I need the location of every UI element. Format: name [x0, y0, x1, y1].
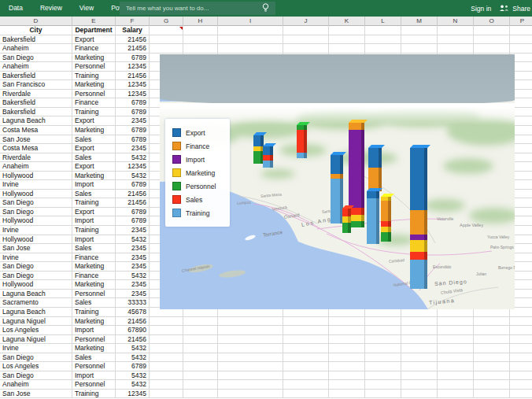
cell[interactable]: Marketing: [72, 126, 116, 135]
cell[interactable]: [283, 353, 329, 363]
cell[interactable]: Finance: [72, 98, 116, 108]
cell[interactable]: [438, 26, 474, 35]
cell[interactable]: 12345: [116, 162, 150, 172]
cell[interactable]: Los Angeles: [0, 362, 72, 371]
cell[interactable]: [283, 335, 329, 345]
cell[interactable]: Training: [72, 308, 116, 317]
cell[interactable]: [365, 44, 401, 54]
cell[interactable]: Los Angeles: [0, 326, 72, 335]
cell[interactable]: 45678: [116, 308, 150, 317]
cell[interactable]: [510, 35, 532, 45]
cell[interactable]: 21456: [116, 190, 150, 199]
cell[interactable]: Irvine: [0, 344, 72, 353]
cell[interactable]: [329, 317, 365, 327]
cell[interactable]: Laguna Beach: [0, 290, 72, 299]
cell[interactable]: 2345: [116, 290, 150, 299]
cell[interactable]: [218, 26, 283, 35]
cell[interactable]: Personnel: [72, 362, 116, 371]
cell[interactable]: [474, 362, 510, 371]
cell[interactable]: [510, 317, 532, 327]
cell[interactable]: [183, 362, 218, 371]
column-header-M[interactable]: M: [401, 17, 438, 26]
cell[interactable]: [218, 353, 283, 363]
cell[interactable]: Training: [72, 108, 116, 117]
cell[interactable]: [218, 35, 283, 45]
cell[interactable]: [401, 390, 438, 399]
cell[interactable]: Sales: [72, 298, 116, 308]
cell[interactable]: Anaheim: [0, 162, 72, 172]
cell[interactable]: Training: [72, 226, 116, 235]
cell[interactable]: [329, 35, 365, 45]
cell[interactable]: San Diego: [0, 353, 72, 363]
cell[interactable]: Riverdale: [0, 153, 72, 163]
cell[interactable]: Export: [72, 208, 116, 217]
cell[interactable]: 21456: [116, 72, 150, 81]
cell[interactable]: 2345: [116, 280, 150, 290]
cell[interactable]: 2345: [116, 244, 150, 253]
cell[interactable]: San Diego: [0, 198, 72, 208]
cell[interactable]: [283, 26, 329, 35]
cell[interactable]: [365, 344, 401, 353]
cell[interactable]: San Francisco: [0, 80, 72, 90]
cell[interactable]: [329, 390, 365, 399]
cell[interactable]: Import: [72, 326, 116, 335]
cell[interactable]: Laguna Beach: [0, 116, 72, 126]
cell[interactable]: Personnel: [72, 290, 116, 299]
cell[interactable]: Hollywood: [0, 172, 72, 181]
cell[interactable]: Irvine: [0, 253, 72, 263]
cell[interactable]: [438, 353, 474, 363]
cell[interactable]: [329, 26, 365, 35]
cell[interactable]: [283, 35, 329, 45]
cell[interactable]: [218, 371, 283, 381]
column-header-P[interactable]: P: [510, 17, 532, 26]
cell[interactable]: Import: [72, 235, 116, 245]
cell[interactable]: 6789: [116, 180, 150, 190]
cell[interactable]: Export: [72, 116, 116, 126]
cell[interactable]: [365, 353, 401, 363]
cell[interactable]: [474, 26, 510, 35]
column-header-F[interactable]: F: [116, 17, 150, 26]
cell[interactable]: Personnel: [72, 380, 116, 390]
cell[interactable]: Laguna Niguel: [0, 335, 72, 345]
cell[interactable]: [329, 371, 365, 381]
cell[interactable]: 21456: [116, 317, 150, 327]
cell[interactable]: 6789: [116, 216, 150, 226]
cell[interactable]: [474, 335, 510, 345]
cell[interactable]: [510, 380, 532, 390]
cell[interactable]: [474, 317, 510, 327]
cell[interactable]: 5432: [116, 371, 150, 381]
cell[interactable]: Hollywood: [0, 190, 72, 199]
sign-in-button[interactable]: Sign in: [471, 5, 491, 13]
cell[interactable]: Export: [72, 35, 116, 45]
cell[interactable]: [365, 35, 401, 45]
cell[interactable]: [438, 344, 474, 353]
tellme-box[interactable]: Tell me what you want to do...: [120, 2, 275, 15]
ribbon-tab-view[interactable]: View: [71, 0, 102, 17]
cell[interactable]: 5432: [116, 353, 150, 363]
cell[interactable]: [365, 362, 401, 371]
cell[interactable]: [218, 317, 283, 327]
cell[interactable]: [438, 35, 474, 45]
cell[interactable]: [329, 362, 365, 371]
cell[interactable]: Bakersfield: [0, 108, 72, 117]
cell[interactable]: Costa Mesa: [0, 126, 72, 135]
column-header-J[interactable]: J: [283, 17, 329, 26]
cell[interactable]: 33333: [116, 298, 150, 308]
cell[interactable]: [150, 390, 183, 399]
cell[interactable]: [183, 390, 218, 399]
cell[interactable]: [218, 335, 283, 345]
cell[interactable]: 5432: [116, 344, 150, 353]
cell[interactable]: [329, 344, 365, 353]
cell[interactable]: Laguna Beach: [0, 308, 72, 317]
cell[interactable]: Sales: [72, 153, 116, 163]
cell[interactable]: [438, 44, 474, 54]
column-header-G[interactable]: G: [150, 17, 183, 26]
column-header-E[interactable]: E: [72, 17, 116, 26]
cell[interactable]: [401, 380, 438, 390]
cell[interactable]: [401, 317, 438, 327]
cell[interactable]: 2345: [116, 144, 150, 153]
cell[interactable]: [183, 35, 218, 45]
cell[interactable]: [474, 353, 510, 363]
cell[interactable]: [510, 335, 532, 345]
cell[interactable]: Finance: [72, 44, 116, 54]
